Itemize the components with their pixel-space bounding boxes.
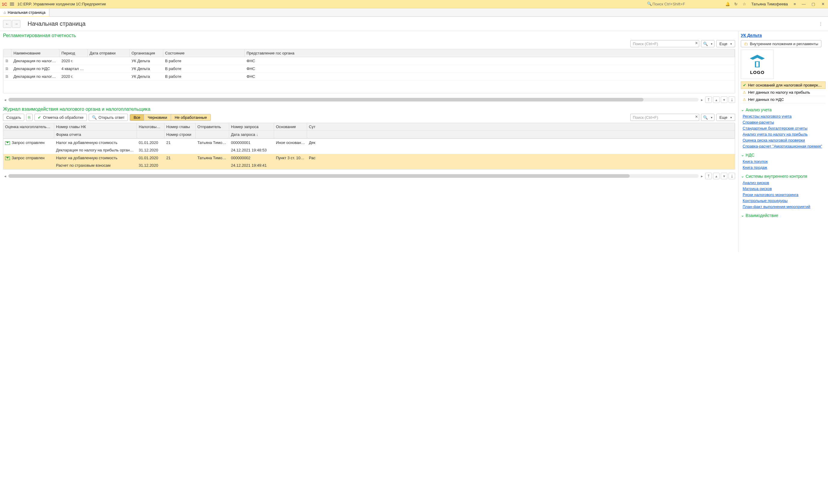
copy-icon: ⎘ bbox=[28, 115, 31, 120]
filter-tab-unprocessed[interactable]: Не обработанные bbox=[171, 114, 211, 121]
nav-link[interactable]: Справка-расчет "Амортизационная премия" bbox=[743, 144, 826, 148]
col-basis[interactable]: Основание bbox=[274, 123, 307, 131]
table-row[interactable]: Декларация по НДС 4 квартал 2… УК Дельта… bbox=[3, 65, 735, 73]
create-button[interactable]: Создать bbox=[3, 114, 24, 121]
page-first-button[interactable]: ⤒ bbox=[705, 96, 712, 103]
col-tax-period[interactable]: Налоговый период bbox=[137, 123, 164, 131]
reports-search-clear-icon[interactable]: ✕ bbox=[695, 41, 698, 45]
group-title[interactable]: Анализ учета bbox=[741, 107, 826, 112]
cell-req-no: 000000001 bbox=[229, 139, 274, 146]
nav-back-button[interactable]: ← bbox=[3, 20, 11, 28]
nav-link[interactable]: Анализ учета по налогу на прибыль bbox=[743, 132, 826, 136]
status-list: ✔Нет оснований для налоговой проверки 2 … bbox=[741, 81, 826, 103]
group-title[interactable]: Системы внутреннего контроля bbox=[741, 174, 826, 179]
journal-filter-button[interactable]: 🔍 bbox=[701, 114, 714, 121]
status-row[interactable]: ⚠Нет данных по НДС bbox=[741, 96, 826, 103]
table-row[interactable]: Запрос отправлен Налог на добавленную ст… bbox=[3, 154, 735, 169]
journal-more-button[interactable]: Еще bbox=[716, 114, 735, 121]
global-search-input[interactable] bbox=[646, 1, 721, 7]
settings-icon[interactable]: ≡ bbox=[792, 1, 797, 7]
reglament-button[interactable]: 🗀Внутренние положения и регламенты bbox=[741, 40, 821, 47]
filter-tab-all[interactable]: Все bbox=[130, 114, 144, 121]
col-assessment[interactable]: Оценка налогоплательщика bbox=[3, 123, 54, 131]
group-title[interactable]: НДС bbox=[741, 153, 826, 157]
col-form[interactable]: Форма отчета bbox=[54, 131, 137, 138]
nav-link[interactable]: Риски налогового мониторинга bbox=[743, 192, 826, 197]
page-last-button[interactable]: ⤓ bbox=[729, 173, 735, 179]
h-scrollbar[interactable] bbox=[8, 98, 699, 101]
col-chapter-no[interactable]: Номер главы bbox=[164, 123, 196, 131]
kebab-menu-icon[interactable]: ⋮ bbox=[816, 20, 825, 27]
copy-button[interactable]: ⎘ bbox=[26, 114, 33, 121]
filter-tab-drafts[interactable]: Черновики bbox=[144, 114, 171, 121]
col-sender[interactable]: Отправитель bbox=[196, 123, 229, 131]
user-name[interactable]: Татьяна Тимофеева bbox=[751, 2, 788, 6]
bell-icon[interactable]: 🔔 bbox=[725, 1, 730, 7]
col-gov[interactable]: Представление гос органа bbox=[245, 49, 735, 57]
col-request-date[interactable]: Дата запроса bbox=[229, 131, 274, 138]
nav-link[interactable]: Книга покупок bbox=[743, 159, 826, 164]
reports-filter-button[interactable]: 🔍 bbox=[701, 40, 714, 47]
cell-state: В работе bbox=[163, 73, 245, 80]
window-maximize-button[interactable]: ▢ bbox=[810, 1, 817, 7]
page-down-button[interactable]: ▾ bbox=[721, 96, 727, 103]
journal-search[interactable]: ✕ bbox=[630, 114, 699, 121]
reports-more-button[interactable]: Еще bbox=[716, 40, 735, 47]
nav-link[interactable]: Регистры налогового учета bbox=[743, 114, 826, 119]
status-row[interactable]: ⚠Нет данных по налогу на прибыль bbox=[741, 89, 826, 96]
journal-search-clear-icon[interactable]: ✕ bbox=[695, 114, 698, 119]
col-icon[interactable] bbox=[3, 49, 12, 57]
hamburger-icon[interactable] bbox=[9, 1, 15, 7]
status-row[interactable]: ✔Нет оснований для налоговой проверки 2 … bbox=[741, 81, 826, 89]
page-first-button[interactable]: ⤒ bbox=[705, 173, 712, 179]
group-title[interactable]: Взаимодействие bbox=[741, 213, 826, 218]
section-reports-title: Регламентированная отчетность bbox=[3, 33, 735, 38]
nav-link[interactable]: План-факт выполнения мероприятий bbox=[743, 204, 826, 209]
scroll-right-icon[interactable]: ▸ bbox=[700, 174, 704, 178]
col-sent[interactable]: Дата отправки bbox=[88, 49, 130, 57]
nav-link[interactable]: Матрица рисков bbox=[743, 186, 826, 191]
page-down-button[interactable]: ▾ bbox=[721, 173, 727, 179]
global-search[interactable]: 🔍 bbox=[646, 1, 721, 7]
window-minimize-button[interactable]: — bbox=[800, 1, 807, 7]
page-up-button[interactable]: ▴ bbox=[713, 96, 719, 103]
col-sut[interactable]: Сут bbox=[307, 123, 735, 131]
tab-home[interactable]: ⌂ Начальная страница bbox=[0, 9, 49, 17]
mark-button[interactable]: ✔Отметка об обработке bbox=[35, 114, 87, 121]
col-line-no[interactable]: Номер строки bbox=[164, 131, 196, 138]
nav-link[interactable]: Стандартные бухгалтерские отчеты bbox=[743, 126, 826, 131]
col-period[interactable]: Период bbox=[59, 49, 88, 57]
open-answer-button[interactable]: 🔍Открыть ответ bbox=[89, 114, 128, 121]
scroll-left-icon[interactable]: ◂ bbox=[3, 98, 7, 102]
history-icon[interactable]: ↻ bbox=[733, 1, 739, 7]
reports-search-input[interactable] bbox=[630, 40, 699, 47]
col-state[interactable]: Состояние bbox=[163, 49, 245, 57]
col-request-no[interactable]: Номер запроса bbox=[229, 123, 274, 131]
table-row[interactable]: Декларация по налог… 2020 г. УК Дельта В… bbox=[3, 57, 735, 65]
col-org[interactable]: Организация bbox=[130, 49, 163, 57]
page-up-button[interactable]: ▴ bbox=[713, 173, 719, 179]
table-row[interactable]: Запрос отправлен Налог на добавленную ст… bbox=[3, 139, 735, 154]
document-icon bbox=[5, 66, 9, 71]
scroll-left-icon[interactable]: ◂ bbox=[3, 174, 7, 178]
col-name[interactable]: Наименование bbox=[12, 49, 59, 57]
window-close-button[interactable]: ✕ bbox=[820, 1, 826, 7]
star-icon[interactable]: ☆ bbox=[742, 1, 747, 7]
h-scrollbar[interactable] bbox=[8, 174, 699, 178]
nav-link[interactable]: Справки-расчеты bbox=[743, 120, 826, 125]
nav-forward-button[interactable]: → bbox=[12, 20, 20, 28]
nav-link[interactable]: Контрольные процедуры bbox=[743, 198, 826, 203]
scroll-right-icon[interactable]: ▸ bbox=[700, 98, 704, 102]
company-link[interactable]: УК Дельта bbox=[741, 33, 762, 38]
col-chapter-nk[interactable]: Номер главы НК bbox=[54, 123, 137, 131]
nav-link[interactable]: Оценка риска налоговой проверки bbox=[743, 138, 826, 142]
reglament-label: Внутренние положения и регламенты bbox=[750, 42, 818, 46]
table-row[interactable]: Декларация по налог… 2020 г. УК Дельта В… bbox=[3, 73, 735, 81]
cell-period: 4 квартал 2… bbox=[59, 65, 88, 73]
nav-link[interactable]: Анализ рисков bbox=[743, 180, 826, 185]
reports-search[interactable]: ✕ bbox=[630, 40, 699, 47]
nav-link[interactable]: Книга продаж bbox=[743, 165, 826, 170]
reports-table-footer: ◂ ▸ ⤒ ▴ ▾ ⤓ bbox=[3, 95, 735, 103]
page-last-button[interactable]: ⤓ bbox=[729, 96, 735, 103]
journal-search-input[interactable] bbox=[630, 114, 699, 121]
